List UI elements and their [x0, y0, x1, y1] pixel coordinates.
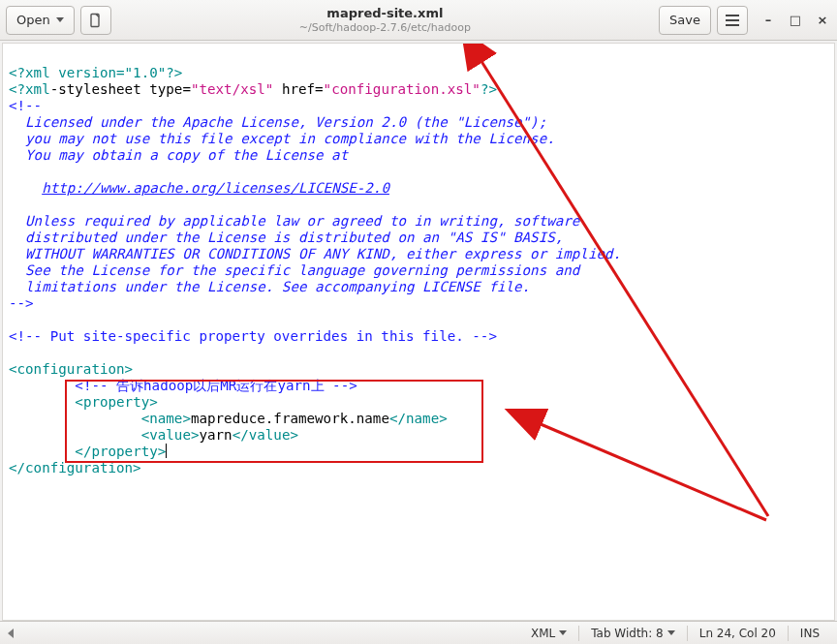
- maximize-button[interactable]: □: [787, 13, 804, 27]
- scroll-left-icon[interactable]: [8, 629, 14, 638]
- new-document-button[interactable]: [80, 6, 111, 35]
- code-token: </property>: [75, 444, 167, 459]
- code-token: "text/xsl": [191, 81, 273, 97]
- code-line: distributed under the License is distrib…: [9, 230, 563, 245]
- code-line: <?xml version="1.0"?>: [9, 65, 182, 80]
- window-controls: – □ ×: [760, 13, 831, 27]
- language-label: XML: [531, 627, 555, 640]
- chevron-down-icon: [667, 630, 675, 635]
- tab-width-label: Tab Width: 8: [591, 627, 663, 640]
- code-token: [9, 180, 42, 196]
- code-token: <name>: [141, 411, 191, 426]
- insert-mode-label: INS: [800, 627, 820, 640]
- code-line: See the License for the specific languag…: [9, 262, 579, 278]
- code-line: WITHOUT WARRANTIES OR CONDITIONS OF ANY …: [9, 246, 621, 261]
- code-token: <!-- 告诉hadoop以后MR运行在yarn上 -->: [75, 378, 356, 393]
- chevron-down-icon: [56, 17, 64, 22]
- code-token: [9, 394, 75, 410]
- code-line: <!--: [9, 98, 42, 113]
- code-token: <?xml: [9, 81, 50, 97]
- code-token: href=: [273, 81, 323, 97]
- code-token: yarn: [199, 427, 232, 443]
- code-token: [9, 444, 75, 459]
- code-token: mapreduce.framework.name: [191, 411, 389, 426]
- license-url[interactable]: http://www.apache.org/licenses/LICENSE-2…: [42, 180, 389, 196]
- window-title: mapred-site.xml ~/Soft/hadoop-2.7.6/etc/…: [117, 6, 653, 34]
- titlebar: Open mapred-site.xml ~/Soft/hadoop-2.7.6…: [0, 0, 837, 41]
- code-line: </configuration>: [9, 460, 141, 475]
- open-label: Open: [16, 13, 50, 27]
- code-line: <!-- Put site-specific property override…: [9, 328, 497, 344]
- filename-label: mapred-site.xml: [117, 6, 653, 21]
- language-selector[interactable]: XML: [521, 622, 576, 644]
- tab-width-selector[interactable]: Tab Width: 8: [581, 622, 684, 644]
- filepath-label: ~/Soft/hadoop-2.7.6/etc/hadoop: [117, 21, 653, 34]
- save-label: Save: [669, 13, 700, 27]
- code-token: ?>: [480, 81, 497, 97]
- save-button[interactable]: Save: [659, 6, 711, 35]
- menu-button[interactable]: [717, 6, 748, 35]
- insert-mode[interactable]: INS: [790, 622, 829, 644]
- code-token: [9, 427, 141, 443]
- code-line: Licensed under the Apache License, Versi…: [9, 114, 546, 130]
- editor-area[interactable]: <?xml version="1.0"?> <?xml-stylesheet t…: [2, 43, 835, 621]
- statusbar: XML Tab Width: 8 Ln 24, Col 20 INS: [0, 621, 837, 644]
- code-line: You may obtain a copy of the License at: [9, 147, 348, 163]
- code-token: </name>: [389, 411, 448, 426]
- code-token: [9, 411, 141, 426]
- code-line: you may not use this file except in comp…: [9, 131, 555, 146]
- cursor-pos-label: Ln 24, Col 20: [699, 627, 776, 640]
- cursor-position[interactable]: Ln 24, Col 20: [690, 622, 786, 644]
- close-button[interactable]: ×: [814, 13, 831, 27]
- code-line: Unless required by applicable law or agr…: [9, 213, 579, 229]
- chevron-down-icon: [559, 630, 567, 635]
- minimize-button[interactable]: –: [760, 13, 777, 27]
- hamburger-icon: [726, 15, 739, 26]
- open-button[interactable]: Open: [6, 6, 75, 35]
- code-line: limitations under the License. See accom…: [9, 279, 530, 294]
- document-icon: [88, 13, 104, 28]
- code-line: <configuration>: [9, 361, 133, 377]
- code-token: </value>: [232, 427, 298, 443]
- code-token: -stylesheet type=: [50, 81, 191, 97]
- code-token: [9, 378, 75, 393]
- code-line: -->: [9, 295, 34, 311]
- code-token: "configuration.xsl": [324, 81, 480, 97]
- code-token: <value>: [141, 427, 200, 443]
- code-editor[interactable]: <?xml version="1.0"?> <?xml-stylesheet t…: [3, 44, 834, 481]
- code-token: <property>: [75, 394, 157, 410]
